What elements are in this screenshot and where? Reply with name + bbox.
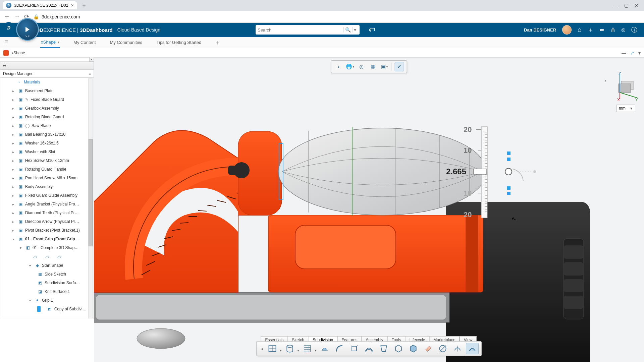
window-maximize-icon[interactable]: ▢ [624, 3, 629, 8]
tree-node[interactable]: ▸▣Rotating Guard Handle [0, 165, 94, 174]
add-tab-button[interactable]: ＋ [215, 39, 221, 47]
cmd-erase[interactable] [422, 343, 434, 354]
cmd-primitive-box[interactable] [266, 343, 279, 354]
user-name[interactable]: Dan DESIGNER [524, 27, 556, 33]
axis-triad[interactable]: Z X Y [608, 72, 639, 102]
plane-xy-icon[interactable]: ▱ [33, 253, 37, 260]
robot-pivot[interactable] [505, 168, 512, 175]
tree-node[interactable]: ▸▣Pan Head Screw M6 x 15mm [0, 174, 94, 182]
tree-node-front-grip[interactable]: ▾▣01 - Front Grip (Front Grip … [0, 235, 94, 243]
search-dropdown-icon[interactable]: ▾ [352, 27, 358, 33]
vt-box-icon[interactable]: ▣▾ [380, 62, 389, 71]
tree-node-materials[interactable]: ›Materials [0, 78, 94, 86]
search-icon[interactable]: 🔍 [343, 27, 352, 33]
vt-ok-icon[interactable]: ✔ [395, 62, 404, 71]
tab-close-icon[interactable]: × [71, 3, 73, 8]
tag-icon[interactable]: 🏷 [369, 26, 375, 34]
share-icon[interactable]: ➦ [599, 26, 604, 34]
design-manager-menu-icon[interactable]: ≡ [89, 71, 91, 76]
new-tab-button[interactable]: + [80, 2, 88, 9]
avatar[interactable] [562, 25, 572, 35]
apps-icon[interactable]: ⎋ [622, 26, 625, 34]
search-input[interactable] [258, 27, 343, 33]
window-close-icon[interactable]: ✕ [635, 3, 639, 8]
compass-button[interactable]: V.R [16, 18, 39, 41]
vt-point-icon[interactable]: • [334, 62, 343, 71]
collab-icon[interactable]: ⋔ [610, 26, 615, 34]
cmd-grid[interactable] [301, 343, 314, 354]
tree-node[interactable]: ▸▣◯Saw Blade [0, 121, 94, 130]
nav-forward-icon[interactable]: → [14, 13, 20, 20]
actionbar-prev-icon[interactable]: ◂ [259, 347, 264, 351]
ctrl-point[interactable] [507, 186, 511, 190]
tree-node-start-shape[interactable]: ▾◆Start Shape [0, 261, 94, 270]
tree-node-complete-shape[interactable]: ▾◧01 - Complete 3D Shap… [0, 243, 94, 252]
tree-node[interactable]: ▸▣Gearbox Assembly [0, 104, 94, 113]
cmd-thicken[interactable] [407, 343, 420, 354]
tree-scrollbar[interactable] [88, 78, 93, 318]
tree-node[interactable]: ▸▣Fixed Guard Guide Assembly [0, 191, 94, 200]
unit-dropdown[interactable]: mm▼ [616, 105, 635, 112]
tree-node[interactable]: ▸▣Hex Screw M10 x 12mm [0, 156, 94, 165]
tree-node[interactable]: ▸▣Direction Arrow (Physical Pr… [0, 217, 94, 226]
model-canvas[interactable]: 20 10 10 20 2.665 [94, 58, 644, 362]
tree-node[interactable]: ▸▣Basement Plate [0, 86, 94, 95]
browser-tab[interactable]: S 3DEXPERIENCE 2021x FD02 × [3, 1, 77, 9]
ctrl-point[interactable] [507, 152, 511, 155]
window-minimize-icon[interactable]: — [613, 3, 618, 8]
tab-xshape[interactable]: xShape▾ [40, 37, 60, 48]
cmd-extrude[interactable] [348, 343, 361, 354]
help-icon[interactable]: ⓘ [631, 26, 637, 34]
cmd-fill[interactable] [318, 343, 331, 354]
tree-node[interactable]: ▸▣Angle Bracket (Physical Pro… [0, 200, 94, 208]
tree-node[interactable]: ▸▣Body Assembly [0, 182, 94, 191]
cmd-shell[interactable] [392, 343, 405, 354]
plane-zx-icon[interactable]: ▱ [57, 253, 61, 260]
nav-back-icon[interactable]: ← [4, 13, 10, 20]
cmd-bend[interactable] [333, 343, 346, 354]
panel-menu-icon[interactable]: ▾ [638, 50, 641, 56]
ctrl-point[interactable] [507, 158, 511, 161]
global-search[interactable]: 🔍 ▾ [256, 25, 360, 35]
cmd-subdivide[interactable] [466, 343, 479, 354]
tab-tips[interactable]: Tips for Getting Started [156, 37, 202, 48]
add-icon[interactable]: ＋ [587, 26, 593, 34]
panel-restore-icon[interactable]: ⤢ [630, 50, 634, 56]
lock-icon: 🔒 [33, 14, 39, 19]
tree-node[interactable]: ▸▣Pivot Bracket (Pivot Bracket.1) [0, 226, 94, 235]
axis-expand-icon[interactable]: ‹ [605, 78, 606, 83]
tree-node[interactable]: ▸▣Ball Bearing 35x17x10 [0, 130, 94, 139]
ds-logo-icon[interactable]: D [3, 22, 15, 34]
tree-collapse-icon[interactable]: ‹ [89, 57, 94, 62]
tree-node[interactable]: ▸▣Diamond Teeth (Physical Pr… [0, 208, 94, 217]
nav-drawer-icon[interactable]: ≡ [5, 39, 8, 46]
ctrl-point[interactable] [507, 192, 511, 195]
tree-node-side-sketch[interactable]: ▦Side Sketch [0, 270, 94, 279]
panel-minimize-icon[interactable]: — [622, 50, 626, 56]
measure-handle[interactable] [474, 169, 486, 174]
tree-node-copy[interactable]: ◩Copy of Subdivi… [0, 305, 94, 313]
cmd-knife[interactable] [436, 343, 449, 354]
cmd-loft[interactable] [377, 343, 390, 354]
tree-node[interactable]: ▸▣Washer with Slot [0, 147, 94, 156]
viewport[interactable]: • 🌐▾ ◎ ▦ ▣▾ ✔ ‹ Z X Y mm▼ [94, 58, 644, 362]
vt-loop-icon[interactable]: ◎ [357, 62, 366, 71]
plane-yz-icon[interactable]: ▱ [45, 253, 49, 260]
address-bar[interactable]: 🔒 3dexperience.com [33, 14, 174, 19]
tree-node[interactable]: ▸▣Rotating Blade Guard [0, 113, 94, 121]
tree-node-sub-surface[interactable]: ◩Subdivision Surfa… [0, 279, 94, 287]
cmd-crease[interactable] [451, 343, 464, 354]
tree-node[interactable]: ▸▣✎Fixed Blade Guard [0, 95, 94, 104]
cmd-sweep[interactable] [363, 343, 375, 354]
tree-view-icon[interactable]: ☵ [0, 63, 9, 68]
tree-node-grip[interactable]: ▾✦Grip 1 [0, 296, 94, 305]
scrollbar-thumb[interactable] [89, 139, 93, 246]
tree-node-knit[interactable]: ◪Knit Surface.1 [0, 287, 94, 296]
tree-node[interactable]: ▸▣Washer 16x26x1.5 [0, 139, 94, 147]
vt-grid-icon[interactable]: ▦ [368, 62, 378, 71]
notifications-icon[interactable]: ⌂ [578, 26, 581, 34]
tab-my-content[interactable]: My Content [73, 37, 96, 48]
cmd-primitive-cyl[interactable] [283, 343, 296, 354]
vt-globe-icon[interactable]: 🌐▾ [345, 62, 355, 71]
tab-my-communities[interactable]: My Communities [109, 37, 143, 48]
